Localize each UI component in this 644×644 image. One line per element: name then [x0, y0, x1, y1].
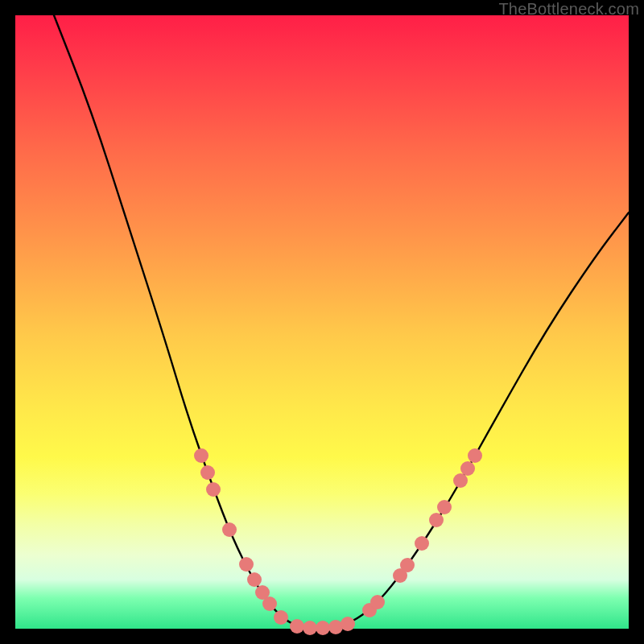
data-dot — [468, 448, 482, 463]
data-dot — [222, 522, 237, 537]
data-dot — [206, 482, 221, 497]
v-curve — [54, 15, 629, 628]
data-dot — [341, 617, 355, 631]
data-dot — [453, 473, 468, 488]
bottleneck-plot — [15, 15, 629, 629]
data-dot — [316, 621, 330, 635]
data-dot — [400, 558, 415, 572]
data-dot — [247, 572, 262, 587]
data-dot — [274, 610, 288, 625]
data-dot — [290, 619, 304, 634]
watermark-text: TheBottleneck.com — [498, 0, 639, 19]
data-dot — [194, 448, 208, 463]
data-dot — [239, 557, 254, 572]
chart-frame — [15, 15, 629, 629]
data-dot — [200, 465, 215, 480]
data-dot — [303, 621, 317, 635]
data-dot — [415, 536, 429, 551]
data-dot — [437, 500, 452, 514]
data-dot — [460, 461, 475, 476]
data-dot — [370, 595, 385, 609]
data-dot — [429, 513, 444, 527]
dots-group — [194, 448, 482, 635]
data-dot — [262, 597, 277, 611]
